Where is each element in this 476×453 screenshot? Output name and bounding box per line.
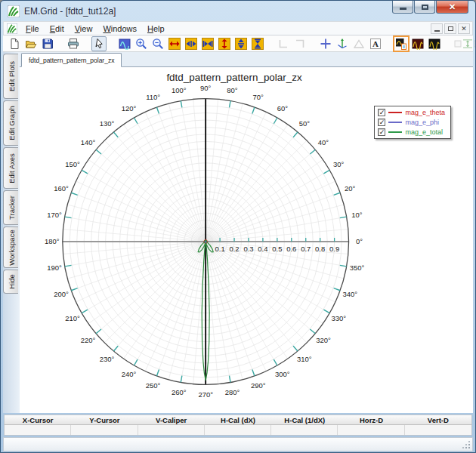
angle-tick <box>71 193 77 195</box>
minimize-button[interactable] <box>392 1 413 14</box>
sidebar-tab-workspace[interactable]: Workspace <box>3 226 18 268</box>
fit-height-group-icon <box>454 38 476 50</box>
legend-line-swatch <box>388 122 402 123</box>
fit-height-group-button <box>453 36 476 51</box>
angle-label: 210° <box>65 314 80 322</box>
mdi-minimize-button[interactable] <box>431 23 443 34</box>
angle-label: 190° <box>47 263 62 272</box>
sidebar-tab-label: Workspace <box>7 230 15 265</box>
mdi-restore-button[interactable] <box>444 23 456 34</box>
waveform-dark-icon <box>428 38 440 50</box>
angle-tick <box>323 170 329 173</box>
resize-grip-icon[interactable] <box>468 447 470 448</box>
angle-tick <box>293 346 298 351</box>
legend-label: mag_e_theta <box>405 109 445 116</box>
angle-label: 20° <box>345 184 356 193</box>
angle-tick <box>113 346 118 351</box>
zoom-fit-button[interactable] <box>117 36 132 51</box>
readout-column-header: Y-Cursor <box>71 416 138 424</box>
stretch-x-in-button[interactable] <box>200 36 215 51</box>
menu-item-windows[interactable]: Windows <box>97 23 142 34</box>
menu-item-file[interactable]: File <box>20 23 45 34</box>
document-tab[interactable]: fdtd_pattern_pattern_polar_zx <box>21 53 122 67</box>
new-document-button[interactable] <box>7 36 22 51</box>
pointer-select-button[interactable] <box>91 36 107 51</box>
legend-line-swatch <box>388 131 402 133</box>
angle-tick <box>82 310 88 313</box>
sidebar-tab-edit-axes[interactable]: Edit Axes <box>3 147 18 189</box>
radial-label: 0.6 <box>286 245 296 253</box>
angle-tick <box>252 370 255 376</box>
sidebar-tab-hide[interactable]: Hide <box>3 270 18 294</box>
text-annotation-button[interactable]: A <box>368 36 383 51</box>
app-logo-icon <box>8 5 20 17</box>
radial-label: 0.7 <box>301 245 311 253</box>
stretch-x-in-icon <box>202 38 214 50</box>
readout-value-cell <box>271 425 338 435</box>
sidebar-tab-edit-plots[interactable]: Edit Plots <box>3 54 18 99</box>
angle-tick <box>96 149 101 154</box>
menu-item-view[interactable]: View <box>70 23 98 34</box>
readout-column-header: Vert-D <box>405 416 471 424</box>
readout-value-cell <box>138 425 205 435</box>
sidebar-tab-edit-graph[interactable]: Edit Graph <box>3 100 18 146</box>
stretch-y-out-button[interactable] <box>233 36 249 51</box>
readout-column-header: X-Cursor <box>5 416 71 424</box>
readout-value-cell <box>338 425 404 435</box>
legend-entry: ✓mag_e_total <box>378 128 445 136</box>
zoom-out-button[interactable] <box>150 36 165 51</box>
stretch-x-out-button[interactable] <box>184 36 199 51</box>
menu-item-edit[interactable]: Edit <box>45 23 70 34</box>
axes-button[interactable] <box>335 36 350 51</box>
expand-x-button[interactable] <box>167 36 182 51</box>
print-button[interactable] <box>66 36 81 51</box>
legend-entry: ✓mag_e_theta <box>378 109 445 116</box>
legend-checkbox[interactable]: ✓ <box>378 109 385 116</box>
waveform-red-button[interactable] <box>410 36 425 51</box>
waveform-red-icon <box>412 38 424 50</box>
expand-y-button[interactable] <box>217 36 232 51</box>
angle-tick <box>65 217 72 218</box>
radial-label: 0.3 <box>243 245 253 253</box>
angle-tick <box>181 376 182 383</box>
radial-label: 0.5 <box>272 245 282 253</box>
angle-label: 290° <box>251 381 266 390</box>
legend: ✓mag_e_theta✓mag_e_phi✓mag_e_total <box>374 106 451 139</box>
save-file-button[interactable] <box>40 36 55 51</box>
stretch-y-in-button[interactable] <box>250 36 265 51</box>
polar-plot-area[interactable]: 0°10°20°30°40°50°60°70°80°90°100°110°120… <box>20 67 473 413</box>
maximize-button[interactable] <box>414 1 435 14</box>
readout-value-cell <box>205 425 271 435</box>
angle-label: 330° <box>331 314 346 322</box>
close-button[interactable]: ✕ <box>436 1 468 14</box>
legend-label: mag_e_total <box>405 128 443 136</box>
radial-label: 0.4 <box>258 245 267 253</box>
legend-checkbox[interactable]: ✓ <box>378 119 385 126</box>
sidebar-tab-tracker[interactable]: Tracker <box>3 190 18 225</box>
readout-column-header: Horz-D <box>338 416 404 424</box>
mdi-close-button[interactable]: ✕ <box>458 23 470 34</box>
save-file-icon <box>42 38 54 50</box>
legend-checkbox[interactable]: ✓ <box>378 128 385 136</box>
angle-tick <box>113 132 118 137</box>
radial-label: 0.1 <box>215 245 225 253</box>
angle-label: 130° <box>100 119 115 128</box>
open-file-button[interactable] <box>23 36 39 51</box>
zoom-in-button[interactable] <box>134 36 149 51</box>
text-annotation-icon: A <box>369 38 382 50</box>
new-document-icon <box>8 38 20 50</box>
angle-label: 80° <box>227 86 238 94</box>
sidebar-tab-label: Hide <box>7 274 15 289</box>
layers-highlight-button[interactable] <box>394 36 409 51</box>
angle-tick <box>274 359 277 365</box>
angle-label: 260° <box>172 388 187 396</box>
menu-item-help[interactable]: Help <box>142 23 170 34</box>
readout-column-header: V-Caliper <box>138 416 205 424</box>
waveform-dark-button[interactable] <box>427 36 442 51</box>
legend-entry: ✓mag_e_phi <box>378 119 445 126</box>
angle-tick <box>156 370 159 376</box>
crosshair-button[interactable] <box>318 36 333 51</box>
angle-label: 170° <box>47 211 62 219</box>
window-title: EM.Grid - [fdtd_tut12a] <box>24 6 116 17</box>
angle-tick <box>323 310 329 313</box>
